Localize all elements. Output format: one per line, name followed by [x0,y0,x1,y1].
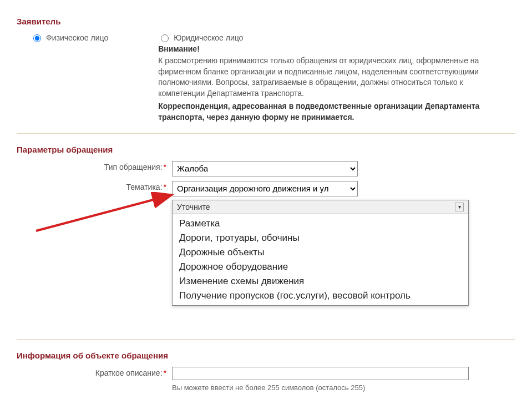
short-description-help: Вы можете ввести не более 255 символов (… [172,383,515,392]
attention-label: Внимание! [158,44,515,53]
radio-physical-label: Физическое лицо [46,33,108,42]
label-topic: Тематика:* [17,181,172,191]
subtopic-option[interactable]: Дорожные объекты [173,245,468,260]
input-short-description[interactable] [172,367,469,380]
chevron-down-icon: ▾ [455,203,464,211]
subtopic-option[interactable]: Получение пропусков (гос.услуги), весово… [173,289,468,303]
annotation-arrow [36,195,172,231]
subtopic-option[interactable]: Разметка [173,216,468,231]
radio-legal-input[interactable] [161,34,169,42]
legal-warning-text: Корреспонденция, адресованная в подведом… [158,101,480,123]
select-topic[interactable]: Организация дорожного движения и ул [172,181,358,196]
section-applicant-title: Заявитель [17,17,515,26]
subtopic-dropdown-expanded: Уточните ▾ Разметка Дороги, тротуары, об… [172,200,469,306]
subtopic-option[interactable]: Изменение схемы движения [173,274,468,289]
label-short-description: Краткое описание:* [17,367,172,377]
radio-legal-label: Юридическое лицо [174,33,243,42]
divider [17,133,515,134]
section-object-info-title: Информация об объекте обращения [17,351,515,360]
label-request-type: Тип обращения:* [17,161,172,171]
radio-legal-person[interactable]: Юридическое лицо [158,33,515,42]
radio-physical-person[interactable]: Физическое лицо [31,33,108,42]
subtopic-dropdown-header[interactable]: Уточните ▾ [173,200,468,214]
radio-physical-input[interactable] [33,34,41,42]
section-params-title: Параметры обращения [17,145,515,154]
divider [17,339,515,340]
subtopic-option[interactable]: Дороги, тротуары, обочины [173,231,468,245]
legal-description-text: К рассмотрению принимаются только обраще… [158,55,480,99]
select-request-type[interactable]: Жалоба [172,161,358,176]
subtopic-option[interactable]: Дорожное оборудование [173,260,468,274]
subtopic-placeholder: Уточните [177,203,210,211]
